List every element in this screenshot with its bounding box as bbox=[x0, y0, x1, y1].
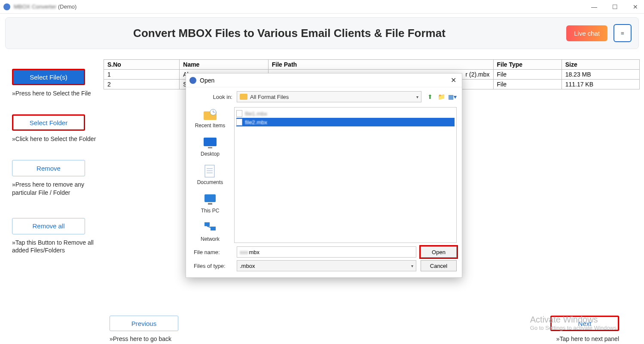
left-sidebar: Select File(s) »Press here to Select the… bbox=[12, 69, 98, 254]
remove-hint: »Press here to remove any particular Fil… bbox=[12, 181, 98, 196]
window-titlebar: MBOX Converter (Demo) — ☐ ✕ bbox=[0, 0, 644, 14]
cell-sno: 1 bbox=[104, 70, 180, 80]
place-this-pc[interactable]: This PC bbox=[201, 193, 220, 214]
network-icon bbox=[202, 221, 218, 234]
dialog-close-button[interactable]: ✕ bbox=[448, 76, 458, 84]
look-in-label: Look in: bbox=[191, 94, 232, 100]
col-header-name[interactable]: Name bbox=[180, 60, 268, 70]
folder-up-icon[interactable]: ⬆ bbox=[426, 92, 434, 101]
svg-rect-10 bbox=[204, 194, 216, 202]
select-files-hint: »Press here to Select the File bbox=[12, 89, 98, 97]
select-files-button[interactable]: Select File(s) bbox=[12, 69, 85, 85]
file-type-label: Files of type: bbox=[191, 263, 232, 269]
window-close-button[interactable]: ✕ bbox=[630, 3, 641, 10]
documents-icon bbox=[202, 165, 218, 178]
place-network[interactable]: Network bbox=[201, 221, 220, 242]
place-recent-items[interactable]: Recent Items bbox=[195, 108, 226, 129]
header-bar: Convert MBOX Files to Various Email Clie… bbox=[5, 17, 639, 49]
new-folder-icon[interactable]: 📁 bbox=[437, 92, 446, 101]
place-documents[interactable]: Documents bbox=[197, 165, 223, 185]
next-hint: »Tap here to next panel bbox=[550, 335, 619, 342]
file-type-dropdown[interactable]: .mbox ▾ bbox=[237, 260, 416, 271]
remove-all-hint: »Tap this Button to Remove all added Fil… bbox=[12, 239, 98, 254]
cell-size: 18.23 MB bbox=[562, 70, 639, 80]
place-label: Network bbox=[201, 236, 220, 242]
file-name-value: mbx bbox=[249, 249, 260, 255]
recent-items-icon bbox=[202, 108, 218, 121]
dialog-title: Open bbox=[200, 77, 214, 84]
cancel-button[interactable]: Cancel bbox=[421, 260, 457, 271]
place-label: This PC bbox=[201, 208, 220, 214]
cell-type: File bbox=[493, 70, 562, 80]
this-pc-icon bbox=[202, 193, 218, 206]
remove-button[interactable]: Remove bbox=[12, 160, 85, 176]
app-title-blurred: MBOX Converter bbox=[14, 3, 56, 10]
chevron-down-icon: ▾ bbox=[411, 264, 413, 268]
file-name-label: File name: bbox=[191, 249, 232, 255]
look-in-value: All Format Files bbox=[250, 94, 289, 100]
cell-sno: 2 bbox=[104, 80, 180, 89]
chevron-down-icon: ▾ bbox=[416, 95, 418, 99]
file-icon bbox=[236, 110, 242, 117]
place-label: Recent Items bbox=[195, 123, 226, 129]
live-chat-button[interactable]: Live chat bbox=[566, 25, 607, 41]
file-icon bbox=[236, 119, 242, 126]
cell-type: File bbox=[493, 80, 562, 89]
file-type-value: .mbox bbox=[240, 263, 255, 269]
col-header-sno[interactable]: S.No bbox=[104, 60, 180, 70]
view-menu-icon[interactable]: ▦▾ bbox=[448, 92, 457, 101]
look-in-dropdown[interactable]: All Format Files ▾ bbox=[237, 91, 421, 102]
open-button[interactable]: Open bbox=[421, 246, 457, 258]
folder-icon bbox=[240, 94, 247, 100]
svg-rect-11 bbox=[208, 203, 212, 205]
file-item-name: file1.mbx bbox=[245, 111, 267, 117]
hamburger-menu-button[interactable]: ≡ bbox=[613, 24, 632, 42]
svg-rect-5 bbox=[208, 147, 212, 148]
app-title-suffix: (Demo) bbox=[58, 3, 76, 10]
place-desktop[interactable]: Desktop bbox=[201, 136, 220, 157]
file-item[interactable]: file1.mbx bbox=[236, 109, 455, 118]
file-item-name: file2.mbx bbox=[245, 119, 267, 126]
svg-rect-13 bbox=[211, 227, 216, 230]
select-folder-hint: »Click here to Select the Folder bbox=[12, 135, 98, 143]
svg-rect-12 bbox=[204, 222, 210, 226]
file-list[interactable]: file1.mbx file2.mbx bbox=[234, 107, 457, 243]
next-button[interactable]: Next bbox=[550, 316, 619, 331]
svg-rect-6 bbox=[205, 165, 214, 177]
dialog-app-icon bbox=[189, 77, 196, 84]
col-header-size[interactable]: Size bbox=[562, 60, 639, 70]
hamburger-icon: ≡ bbox=[621, 30, 624, 37]
app-icon bbox=[3, 3, 10, 10]
previous-hint: »Press here to go back bbox=[110, 335, 178, 342]
file-item-selected[interactable]: file2.mbx bbox=[236, 118, 455, 126]
select-folder-button[interactable]: Select Folder bbox=[12, 114, 85, 131]
places-bar: Recent Items Desktop Documents This PC N… bbox=[186, 106, 234, 244]
page-title: Convert MBOX Files to Various Email Clie… bbox=[12, 27, 566, 40]
desktop-icon bbox=[202, 136, 218, 149]
previous-button[interactable]: Previous bbox=[110, 316, 178, 331]
col-header-type[interactable]: File Type bbox=[493, 60, 562, 70]
col-header-path[interactable]: File Path bbox=[268, 60, 493, 70]
svg-rect-4 bbox=[204, 138, 217, 146]
window-maximize-button[interactable]: ☐ bbox=[610, 3, 620, 10]
cell-size: 111.17 KB bbox=[562, 80, 639, 89]
open-file-dialog: Open ✕ Look in: All Format Files ▾ ⬆ 📁 ▦… bbox=[186, 73, 462, 278]
place-label: Desktop bbox=[201, 151, 220, 157]
file-name-input[interactable]: xxxmbx bbox=[237, 246, 416, 258]
dialog-titlebar: Open ✕ bbox=[186, 74, 462, 87]
remove-all-button[interactable]: Remove all bbox=[12, 218, 85, 234]
place-label: Documents bbox=[197, 179, 223, 185]
window-minimize-button[interactable]: — bbox=[589, 3, 599, 10]
